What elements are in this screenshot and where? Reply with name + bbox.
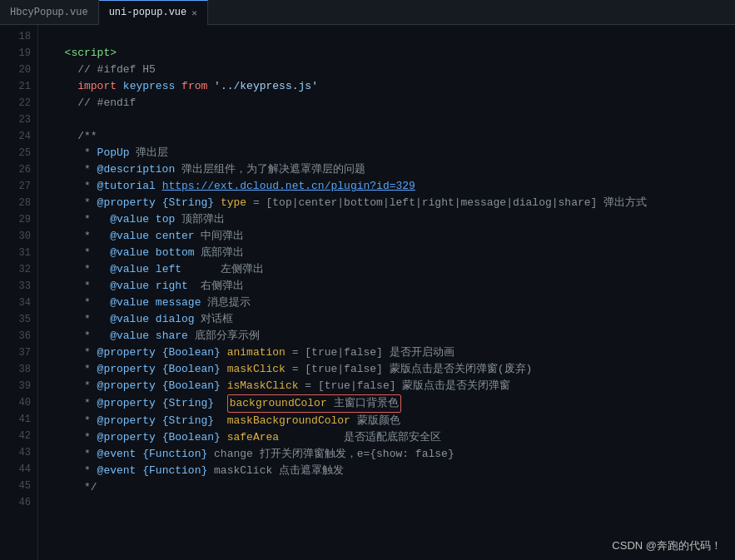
ln-25: 25 [10,145,31,161]
code-line-32: * @value left 左侧弹出 [52,261,735,278]
tab-hbcy-popup[interactable]: HbcyPopup.vue [0,0,99,25]
ln-45: 45 [10,478,31,494]
ln-37: 37 [10,344,31,361]
code-line-18 [52,28,735,45]
code-line-29: * @value top 顶部弹出 [52,211,735,228]
code-line-46 [52,496,735,513]
code-line-36: * @value share 底部分享示例 [52,328,735,344]
ln-26: 26 [10,161,31,178]
code-line-40: * @property {String} backgroundColor 主窗口… [52,394,735,413]
highlighted-property: backgroundColor [230,397,327,409]
code-line-38: * @property {Boolean} maskClick = [true|… [52,361,735,378]
code-line-28: * @property {String} type = [top|center|… [52,195,735,211]
close-icon[interactable]: ✕ [191,7,197,18]
code-line-34: * @value message 消息提示 [52,295,735,311]
ln-43: 43 [10,444,31,461]
code-line-33: * @value right 右侧弹出 [52,278,735,295]
ln-29: 29 [10,211,31,228]
ln-33: 33 [10,278,31,295]
ln-30: 30 [10,228,31,245]
tab-uni-popup[interactable]: uni-popup.vue ✕ [99,0,208,25]
code-line-23 [52,112,735,128]
code-line-20: // #ifdef H5 [52,62,735,78]
code-line-39: * @property {Boolean} isMaskClick = [tru… [52,378,735,394]
ln-27: 27 [10,178,31,195]
ln-21: 21 [10,78,31,95]
code-content: <script> // #ifdef H5 import keypress fr… [38,25,735,560]
code-line-21: import keypress from '../keypress.js' [52,78,735,95]
ln-23: 23 [10,112,31,128]
code-line-45: */ [52,479,735,496]
ln-31: 31 [10,245,31,261]
ln-41: 41 [10,411,31,428]
code-line-27: * @tutorial https://ext.dcloud.net.cn/pl… [52,178,735,195]
ln-42: 42 [10,428,31,444]
ln-39: 39 [10,378,31,394]
ln-38: 38 [10,361,31,378]
code-line-43: * @event {Function} change 打开关闭弹窗触发，e={s… [52,446,735,463]
code-line-35: * @value dialog 对话框 [52,311,735,328]
csdn-watermark: CSDN @奔跑的代码！ [612,538,722,553]
code-line-25: * PopUp 弹出层 [52,145,735,161]
ln-18: 18 [10,28,31,45]
ln-40: 40 [10,394,31,411]
line-numbers: 18 19 20 21 22 23 24 25 26 27 28 29 30 3… [0,25,38,560]
code-line-26: * @description 弹出层组件，为了解决遮罩弹层的问题 [52,161,735,178]
code-line-37: * @property {Boolean} animation = [true|… [52,344,735,361]
code-line-19: <script> [52,45,735,62]
ln-19: 19 [10,45,31,62]
ln-34: 34 [10,295,31,311]
ln-44: 44 [10,461,31,478]
code-line-24: /** [52,128,735,145]
code-line-44: * @event {Function} maskClick 点击遮罩触发 [52,463,735,479]
code-area: 18 19 20 21 22 23 24 25 26 27 28 29 30 3… [0,25,735,560]
editor-container: HbcyPopup.vue uni-popup.vue ✕ 18 19 20 2… [0,0,735,560]
code-line-41: * @property {String} maskBackgroundColor… [52,413,735,429]
ln-32: 32 [10,261,31,278]
ln-22: 22 [10,95,31,112]
code-line-42: * @property {Boolean} safeArea 是否适配底部安全区 [52,429,735,446]
code-line-22: // #endif [52,95,735,112]
tab-label-active: uni-popup.vue [109,7,187,18]
tab-label: HbcyPopup.vue [10,7,88,18]
ln-28: 28 [10,195,31,211]
ln-36: 36 [10,328,31,344]
tab-bar: HbcyPopup.vue uni-popup.vue ✕ [0,0,735,25]
code-line-31: * @value bottom 底部弹出 [52,245,735,261]
ln-20: 20 [10,62,31,78]
code-line-30: * @value center 中间弹出 [52,228,735,245]
ln-24: 24 [10,128,31,145]
ln-35: 35 [10,311,31,328]
ln-46: 46 [10,494,31,511]
